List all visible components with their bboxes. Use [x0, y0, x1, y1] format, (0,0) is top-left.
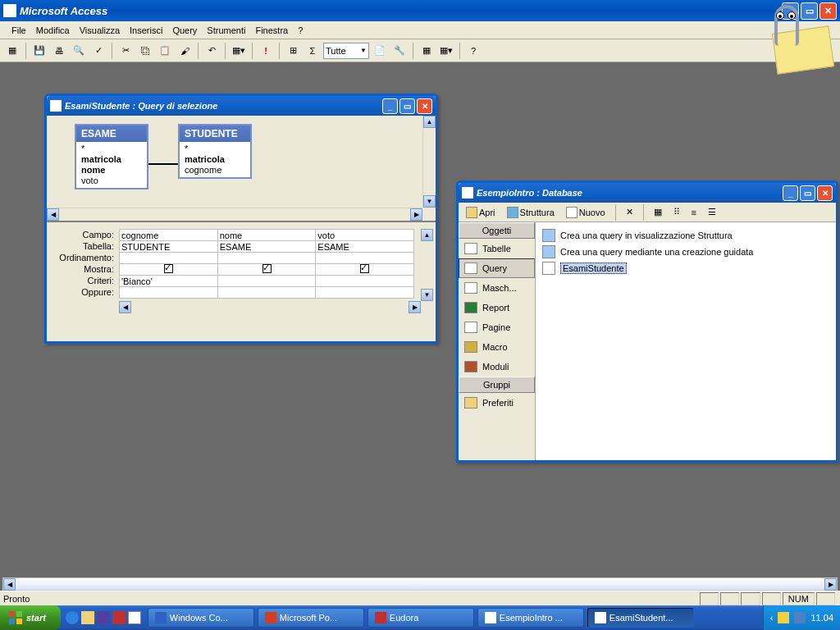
grid-cell[interactable]: nome	[217, 230, 316, 241]
dbwin-close-button[interactable]: ✕	[817, 185, 833, 201]
task-windows-commander[interactable]: Windows Co...	[148, 608, 254, 628]
db-delete-button[interactable]: ✕	[622, 205, 637, 219]
return-combo[interactable]: Tutte▼	[323, 43, 369, 59]
view-button[interactable]: ▦	[3, 42, 21, 60]
paste-button[interactable]: 📋	[156, 42, 174, 60]
scroll-right-button[interactable]: ▶	[409, 301, 421, 313]
spellcheck-button[interactable]: ✓	[89, 42, 107, 60]
print-button[interactable]: 🖶	[50, 42, 68, 60]
start-button[interactable]: start	[0, 605, 61, 630]
app-icon[interactable]	[112, 611, 126, 624]
db-design-button[interactable]: Struttura	[503, 205, 559, 220]
scroll-left-button[interactable]: ◀	[119, 301, 131, 313]
db-item-create-wizard[interactable]: Crea una query mediante una creazione gu…	[541, 244, 831, 260]
grid-cell[interactable]	[316, 287, 414, 299]
qwin-minimize-button[interactable]: _	[382, 98, 398, 114]
field[interactable]: cognome	[183, 165, 247, 176]
grid-cell[interactable]: voto	[316, 230, 414, 241]
scroll-right-button[interactable]: ▶	[824, 578, 837, 591]
grid-cell[interactable]	[316, 276, 414, 287]
table-esame[interactable]: ESAME * matricola nome voto	[75, 124, 148, 189]
view-list-button[interactable]: ≡	[687, 206, 701, 219]
system-tray[interactable]: ‹ 11.04	[763, 605, 840, 630]
sidebar-category-gruppi[interactable]: Gruppi	[459, 377, 535, 393]
view-large-icons-button[interactable]: ▦	[650, 205, 666, 219]
view-small-icons-button[interactable]: ⠿	[669, 205, 684, 219]
help-button[interactable]: ?	[464, 42, 482, 60]
view-details-button[interactable]: ☰	[704, 205, 720, 219]
query-grid[interactable]: cognome nome voto STUDENTE ESAME ESAME	[119, 229, 421, 299]
sidebar-item-report[interactable]: Report	[459, 298, 535, 317]
outlook-icon[interactable]	[81, 611, 94, 624]
scroll-left-button[interactable]: ◀	[3, 578, 16, 591]
table-studente[interactable]: STUDENTE * matricola cognome	[178, 124, 252, 179]
properties-button[interactable]: 📄	[371, 42, 389, 60]
sidebar-item-maschere[interactable]: Masch...	[459, 278, 535, 298]
task-esempiointro[interactable]: EsempioIntro ...	[477, 608, 584, 628]
db-item-create-design[interactable]: Crea una query in visualizzazione Strutt…	[541, 227, 831, 244]
cut-button[interactable]: ✂	[116, 42, 135, 60]
scroll-up-button[interactable]: ▲	[421, 229, 433, 241]
menu-strumenti[interactable]: Strumenti	[202, 24, 250, 37]
db-item-esamistudente[interactable]: EsamiStudente	[541, 260, 831, 276]
query-window-titlebar[interactable]: EsamiStudente : Query di selezione _ ▭ ✕	[47, 96, 436, 116]
save-button[interactable]: 💾	[30, 42, 48, 60]
grid-cell[interactable]: cognome	[120, 230, 218, 241]
field[interactable]: voto	[80, 176, 144, 186]
dbwindow-button[interactable]: ▦	[418, 42, 436, 60]
scroll-left-button[interactable]: ◀	[47, 208, 59, 221]
tray-icon[interactable]	[778, 612, 789, 623]
field[interactable]: *	[80, 144, 144, 154]
dbwin-maximize-button[interactable]: ▭	[800, 185, 815, 201]
preview-button[interactable]: 🔍	[70, 42, 88, 60]
tray-icon[interactable]	[794, 612, 806, 623]
grid-show-checkbox[interactable]	[217, 264, 316, 276]
sidebar-item-macro[interactable]: Macro	[459, 337, 535, 357]
undo-button[interactable]: ↶	[203, 42, 221, 60]
field[interactable]: matricola	[80, 154, 144, 165]
task-eudora[interactable]: Eudora	[368, 608, 474, 628]
field[interactable]: nome	[80, 165, 144, 176]
office-assistant-clippy[interactable]	[750, 5, 832, 71]
newobject-button[interactable]: ▦▾	[437, 42, 455, 60]
qwin-maximize-button[interactable]: ▭	[399, 98, 415, 114]
grid-cell[interactable]: STUDENTE	[120, 241, 218, 253]
task-esamistudente[interactable]: EsamiStudent...	[587, 608, 694, 628]
sidebar-category-oggetti[interactable]: Oggetti	[459, 222, 535, 239]
grid-show-checkbox[interactable]	[316, 264, 414, 276]
sidebar-item-pagine[interactable]: Pagine	[459, 317, 535, 337]
db-new-button[interactable]: Nuovo	[562, 205, 609, 220]
scroll-down-button[interactable]: ▼	[421, 289, 433, 301]
task-powerpoint[interactable]: Microsoft Po...	[258, 608, 364, 628]
join-line[interactable]	[148, 163, 178, 165]
format-painter-button[interactable]: 🖌	[176, 42, 194, 60]
diagram-vscroll[interactable]: ▲ ▼	[422, 116, 436, 208]
db-window-titlebar[interactable]: EsempioIntro : Database _ ▭ ✕	[459, 183, 836, 203]
scroll-up-button[interactable]: ▲	[423, 116, 436, 128]
msn-icon[interactable]	[97, 611, 110, 624]
diagram-hscroll[interactable]: ◀ ▶	[47, 208, 422, 221]
build-button[interactable]: 🔧	[390, 42, 409, 60]
run-button[interactable]: !	[257, 42, 275, 60]
grid-cell[interactable]: ESAME	[217, 241, 316, 253]
qwin-close-button[interactable]: ✕	[417, 98, 432, 114]
field[interactable]: matricola	[183, 154, 247, 165]
dbwin-minimize-button[interactable]: _	[783, 185, 798, 201]
grid-vscroll[interactable]: ▲ ▼	[421, 229, 434, 301]
grid-cell[interactable]	[217, 276, 316, 287]
menu-modifica[interactable]: Modifica	[31, 24, 75, 37]
sidebar-item-query[interactable]: Query	[459, 258, 535, 278]
main-hscroll[interactable]: ◀ ▶	[2, 578, 838, 591]
sidebar-item-preferiti[interactable]: Preferiti	[459, 393, 535, 413]
db-open-button[interactable]: Apri	[462, 205, 500, 220]
menu-help[interactable]: ?	[293, 24, 308, 37]
menu-inserisci[interactable]: Inserisci	[125, 24, 167, 37]
totals-button[interactable]: Σ	[304, 42, 322, 60]
grid-cell[interactable]	[120, 287, 218, 299]
show-desktop-icon[interactable]	[128, 611, 141, 624]
sidebar-item-moduli[interactable]: Moduli	[459, 357, 535, 377]
scroll-down-button[interactable]: ▼	[423, 195, 436, 208]
querytype-button[interactable]: ▦▾	[230, 42, 248, 60]
query-diagram-pane[interactable]: ESAME * matricola nome voto STUDENTE * m…	[47, 116, 436, 222]
grid-cell[interactable]: ESAME	[316, 241, 414, 253]
